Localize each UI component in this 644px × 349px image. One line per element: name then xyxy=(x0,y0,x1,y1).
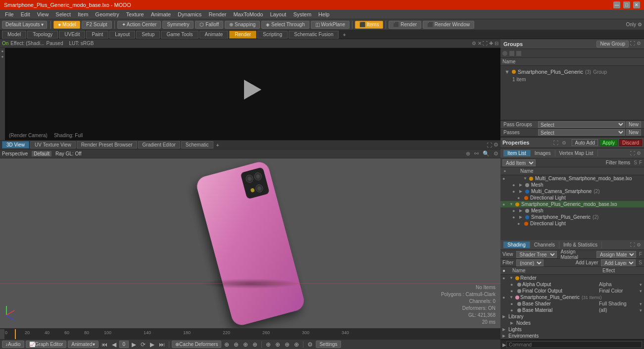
play-button[interactable] xyxy=(244,80,261,100)
effect-dropdown[interactable]: ▾ xyxy=(640,308,642,313)
item-row-1[interactable]: ● ▶ Mesh xyxy=(500,182,644,188)
menu-item[interactable]: Item xyxy=(75,11,91,18)
pass-group-select[interactable]: Select xyxy=(538,121,625,128)
timeline-playhead[interactable] xyxy=(15,329,16,339)
item-row-4[interactable]: ● ▼ Smartphone_Plus_Generic_modo_base.lx… xyxy=(500,201,644,207)
cache-icon1[interactable]: ⊕ xyxy=(223,341,231,348)
new-pass-group-btn[interactable]: New xyxy=(626,121,641,128)
attr-icon[interactable]: ⚙ xyxy=(638,22,642,27)
transport-icon4[interactable]: ⊕ xyxy=(293,341,300,348)
minimize-button[interactable]: — xyxy=(613,1,620,8)
play-btn-bottom[interactable]: ▶ xyxy=(130,341,138,348)
shader-row-base-shader[interactable]: ● Base Shader Full Shading ▾ xyxy=(500,300,644,307)
group-row-smartphone[interactable]: ▼ Smartphone_Plus_Generic (3) Group xyxy=(502,68,642,76)
auto-add-btn[interactable]: Auto Add xyxy=(572,139,598,146)
menu-system[interactable]: System xyxy=(290,11,314,18)
eye-icon[interactable]: ● xyxy=(510,289,516,294)
discard-btn[interactable]: Discard xyxy=(619,139,642,146)
eye-icon[interactable]: ● xyxy=(502,295,508,300)
eye-icon[interactable]: ● xyxy=(502,202,508,207)
add-layer-select[interactable]: Add Layer xyxy=(601,259,636,266)
props-settings-icon[interactable]: ⚙ xyxy=(562,140,566,146)
items-tab-images[interactable]: Images xyxy=(531,150,555,156)
settings-btn[interactable]: Settings xyxy=(316,341,341,348)
timeline-track[interactable]: 0 20 40 60 80 100 140 180 220 260 300 34… xyxy=(5,329,500,339)
snapping-btn[interactable]: ⊕ Snapping xyxy=(225,21,260,29)
groups-sel-icon[interactable] xyxy=(516,51,521,56)
props-expand-icon[interactable]: ⛶ xyxy=(553,140,558,146)
expand-icon[interactable]: ▶ xyxy=(519,183,524,187)
tab-add-icon[interactable]: + xyxy=(340,32,348,38)
effect-dropdown[interactable]: ▾ xyxy=(640,301,642,306)
menu-file[interactable]: File xyxy=(2,11,17,18)
settings-icon[interactable]: ⚙ xyxy=(306,341,314,348)
tab-schematic-fusion[interactable]: Schematic Fusion xyxy=(289,31,339,39)
menu-select[interactable]: Select xyxy=(52,11,74,18)
menu-texture[interactable]: Texture xyxy=(123,11,147,18)
next-btn[interactable]: ▶ xyxy=(149,341,156,348)
graph-editor-btn[interactable]: 📈 Graph Editor xyxy=(26,341,67,348)
expand-icon[interactable]: ▼ xyxy=(523,176,528,181)
vtab-preset-browser[interactable]: Render Preset Browser xyxy=(77,141,137,149)
eye-icon[interactable]: ● xyxy=(502,276,508,281)
cache-deformers-btn[interactable]: ⊕ Cache Deformers xyxy=(172,341,221,348)
tab-paint[interactable]: Paint xyxy=(86,31,108,39)
items-btn[interactable]: ⬛ Items xyxy=(355,21,383,29)
vtab-uv[interactable]: UV Texture View xyxy=(30,141,76,149)
vtab-schematic[interactable]: Schematic xyxy=(181,141,213,149)
expand-icon[interactable]: ▶ xyxy=(519,215,524,219)
cmd-arrow[interactable]: ▶ xyxy=(502,342,506,348)
tab-uvedit[interactable]: UVEdit xyxy=(59,31,85,39)
animated-btn[interactable]: Animated ▾ xyxy=(68,341,98,348)
symmetry-btn[interactable]: Symmetry xyxy=(162,21,194,29)
close-button[interactable]: ✕ xyxy=(633,1,640,8)
next-frame-icon[interactable]: ⏭ xyxy=(157,341,166,348)
audio-btn[interactable]: ♪ Audio xyxy=(2,341,24,348)
prev-btn[interactable]: ◀ xyxy=(110,341,118,348)
groups-lock-icon[interactable] xyxy=(509,51,514,56)
eye-icon[interactable]: ● xyxy=(512,215,518,220)
menu-animate[interactable]: Animate xyxy=(148,11,174,18)
view-settings-icon[interactable]: ⚙ xyxy=(494,142,498,148)
tab-topology[interactable]: Topology xyxy=(27,31,58,39)
cache-icon3[interactable]: ⊕ xyxy=(242,341,249,348)
snap-icon[interactable]: ⊕ xyxy=(466,150,470,157)
menu-dynamics[interactable]: Dynamics xyxy=(175,11,204,18)
tab-model[interactable]: Model xyxy=(2,31,26,39)
menu-maxtomodo[interactable]: MaxToModo xyxy=(230,11,266,18)
shader-row-smartphone[interactable]: ● ▼ Smartphone_Plus_Generic (31 Items) xyxy=(500,294,644,300)
passes-select[interactable]: Select xyxy=(538,129,625,136)
shader-row-library[interactable]: ▶ Library xyxy=(500,313,644,320)
tab-animate[interactable]: Animate xyxy=(199,31,229,39)
shader-row-base-material[interactable]: ● Base Material (all) ▾ xyxy=(500,307,644,313)
eye-icon[interactable]: ● xyxy=(512,189,518,194)
groups-settings-icon[interactable]: ⚙ xyxy=(637,41,641,48)
vtab-gradient[interactable]: Gradient Editor xyxy=(138,141,180,149)
item-row-2[interactable]: ● ▶ Multi_Camera_Smartphone (2) xyxy=(500,188,644,195)
cache-icon2[interactable]: ⊕ xyxy=(232,341,240,348)
menu-view[interactable]: View xyxy=(34,11,52,18)
expand-icon[interactable]: ▼ xyxy=(509,276,514,280)
eye-icon[interactable]: ● xyxy=(502,176,508,181)
new-group-btn[interactable]: New Group xyxy=(596,41,629,48)
viewport-canvas[interactable]: No Items Polygons : Catmull-Clark Channe… xyxy=(0,158,500,328)
render-window-btn[interactable]: ⬛ Render Window xyxy=(423,21,474,29)
tab-scripting[interactable]: Scripting xyxy=(257,31,288,39)
shading-tab-info[interactable]: Info & Statistics xyxy=(559,242,602,248)
vtab-add-icon[interactable]: + xyxy=(214,142,221,148)
expand-icon[interactable]: ▶ xyxy=(502,314,507,319)
tab-render[interactable]: Render xyxy=(229,31,256,39)
eye-icon[interactable]: ● xyxy=(512,208,518,213)
shading-expand-icon[interactable]: ⛶ xyxy=(630,242,635,248)
command-input[interactable] xyxy=(506,341,642,348)
prev-frame-icon[interactable]: ⏮ xyxy=(100,341,109,348)
expand-icon[interactable]: ▼ xyxy=(509,295,514,299)
camera-icon[interactable]: ⚯ xyxy=(474,150,479,157)
shading-tab-shading[interactable]: Shading xyxy=(503,242,530,248)
transport-icon1[interactable]: ⊕ xyxy=(264,341,272,348)
cache-icon4[interactable]: ⊕ xyxy=(251,341,259,348)
shader-row-environments[interactable]: ▶ Environments xyxy=(500,333,644,339)
apply-btn[interactable]: Apply xyxy=(599,139,618,146)
default-layouts-btn[interactable]: Default Layouts ▾ xyxy=(2,21,47,29)
items-tab-list[interactable]: Item List xyxy=(503,150,531,156)
